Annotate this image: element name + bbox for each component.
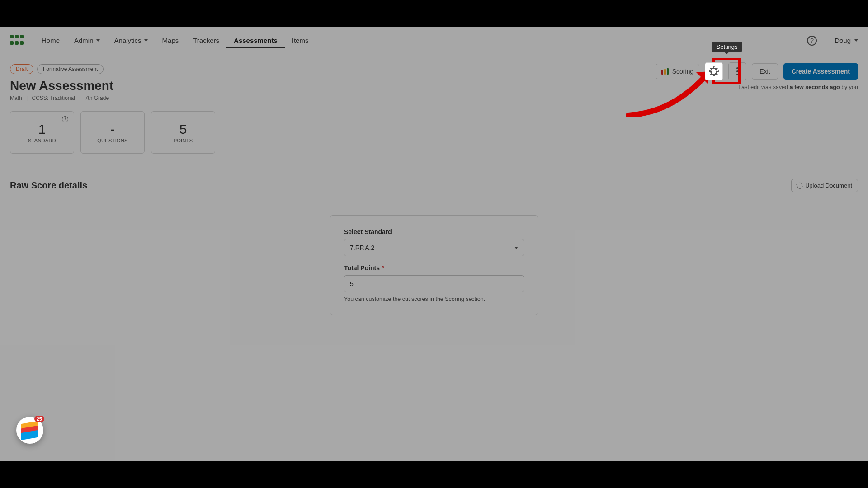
info-icon[interactable]: i <box>62 116 68 122</box>
stat-standard-value: 1 <box>38 122 46 137</box>
total-points-input[interactable] <box>344 275 524 292</box>
chevron-down-icon <box>144 39 148 42</box>
stat-points-label: POINTS <box>174 138 193 143</box>
save-note: Last edit was saved a few seconds ago by… <box>738 84 858 90</box>
nav-admin[interactable]: Admin <box>67 33 107 48</box>
form-card: Select Standard 7.RP.A.2 Total Points * … <box>330 215 538 315</box>
bars-icon <box>661 68 669 75</box>
user-menu[interactable]: Doug <box>835 37 858 44</box>
create-assessment-button[interactable]: Create Assessment <box>783 63 858 80</box>
required-marker: * <box>382 264 384 272</box>
standard-label: Select Standard <box>344 228 524 235</box>
settings-button[interactable] <box>705 62 723 80</box>
nav-maps[interactable]: Maps <box>155 33 186 48</box>
type-badge: Formative Assessment <box>37 64 104 74</box>
widget-badge: 25 <box>34 416 44 422</box>
gear-icon <box>710 68 717 75</box>
separator: | <box>26 95 28 101</box>
section-header: Raw Score details Upload Document <box>10 179 858 197</box>
chevron-down-icon <box>854 39 858 42</box>
save-note-time: a few seconds ago <box>790 84 840 90</box>
meta-line: Math | CCSS: Traditional | 7th Grade <box>10 95 858 101</box>
upload-label: Upload Document <box>805 182 852 189</box>
save-note-suffix: by you <box>840 84 858 90</box>
nav-analytics[interactable]: Analytics <box>107 33 155 48</box>
scoring-button[interactable]: Scoring <box>656 64 699 79</box>
meta-grade: 7th Grade <box>85 95 109 101</box>
helper-text: You can customize the cut scores in the … <box>344 296 524 302</box>
meta-subject: Math <box>10 95 22 101</box>
app-logo[interactable] <box>10 35 25 47</box>
chevron-down-icon <box>514 247 518 249</box>
stat-questions: - QUESTIONS <box>80 111 145 154</box>
user-name: Doug <box>835 37 851 44</box>
more-vertical-icon <box>736 67 738 75</box>
paperclip-icon <box>796 182 804 190</box>
nav-home[interactable]: Home <box>34 33 67 48</box>
stat-points-value: 5 <box>179 122 187 137</box>
stack-icon <box>21 422 39 438</box>
stat-standard: i 1 STANDARD <box>10 111 74 154</box>
points-label: Total Points * <box>344 264 524 272</box>
letterbox-bottom <box>0 461 868 488</box>
action-row: Scoring Exit Create Assessment <box>656 62 858 80</box>
nav-assessments[interactable]: Assessments <box>226 33 285 48</box>
scoring-label: Scoring <box>672 68 693 75</box>
help-widget[interactable]: 25 <box>16 417 43 444</box>
meta-framework: CCSS: Traditional <box>32 95 75 101</box>
save-note-prefix: Last edit was saved <box>738 84 789 90</box>
nav-analytics-label: Analytics <box>114 37 142 44</box>
standard-value: 7.RP.A.2 <box>350 244 374 251</box>
nav-items[interactable]: Items <box>285 33 316 48</box>
stat-standard-label: STANDARD <box>28 138 56 143</box>
more-button[interactable] <box>728 62 746 80</box>
help-icon[interactable]: ? <box>807 36 817 46</box>
stat-points: 5 POINTS <box>151 111 215 154</box>
nav-trackers[interactable]: Trackers <box>186 33 226 48</box>
section-title: Raw Score details <box>10 180 87 191</box>
upload-document-button[interactable]: Upload Document <box>791 179 858 192</box>
status-badge: Draft <box>10 64 33 74</box>
chevron-down-icon <box>96 39 100 42</box>
standard-select[interactable]: 7.RP.A.2 <box>344 239 524 256</box>
nav-links: Home Admin Analytics Maps Trackers Asses… <box>34 33 316 48</box>
separator: | <box>79 95 80 101</box>
points-label-text: Total Points <box>344 264 380 272</box>
page-title: New Assessment <box>10 79 858 93</box>
stat-questions-value: - <box>110 122 115 137</box>
page-body: Scoring Exit Create Assessment Last edit… <box>0 54 868 325</box>
letterbox-top <box>0 0 868 27</box>
nav-admin-label: Admin <box>74 37 94 44</box>
settings-wrap <box>705 62 723 80</box>
settings-tooltip: Settings <box>712 42 742 52</box>
stat-row: i 1 STANDARD - QUESTIONS 5 POINTS <box>10 111 858 154</box>
stat-questions-label: QUESTIONS <box>97 138 128 143</box>
exit-button[interactable]: Exit <box>752 63 778 80</box>
divider <box>826 35 826 47</box>
app-viewport: Home Admin Analytics Maps Trackers Asses… <box>0 27 868 461</box>
